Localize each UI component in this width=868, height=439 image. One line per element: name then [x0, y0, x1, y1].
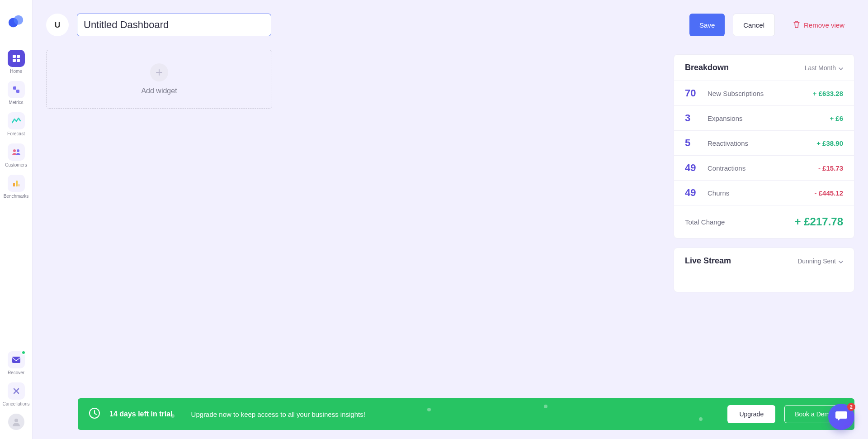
breakdown-total-value: + £217.78 [795, 215, 843, 228]
grid-icon [8, 50, 25, 67]
trial-subtext: Upgrade now to keep access to all your b… [191, 410, 365, 418]
breakdown-total-label: Total Change [685, 218, 725, 226]
sidebar-item-label: Recover [8, 370, 24, 375]
chevron-down-icon [839, 64, 843, 72]
cancel-button[interactable]: Cancel [733, 14, 775, 36]
sidebar: Home Metrics Forecast Customers Benchmar… [0, 0, 33, 439]
breakdown-total-row: Total Change + £217.78 [674, 205, 854, 238]
sidebar-item-benchmarks[interactable]: Benchmarks [0, 175, 32, 199]
sidebar-item-forecast[interactable]: Forecast [0, 112, 32, 136]
livestream-body [674, 274, 854, 292]
breakdown-label: Reactivations [708, 139, 809, 147]
svg-rect-6 [13, 86, 16, 90]
svg-point-8 [13, 149, 16, 152]
breakdown-delta: + £38.90 [816, 139, 843, 147]
plus-icon [150, 63, 168, 81]
sidebar-item-label: Cancellations [2, 401, 29, 406]
breakdown-delta: + £6 [830, 115, 843, 122]
remove-view-label: Remove view [804, 21, 844, 29]
livestream-filter-label: Dunning Sent [797, 258, 836, 265]
status-dot-icon [21, 350, 26, 355]
breakdown-row: 49 Churns - £445.12 [674, 180, 854, 205]
svg-point-14 [14, 419, 18, 422]
dashboard-title-input[interactable] [77, 14, 271, 36]
livestream-title: Live Stream [685, 256, 731, 266]
breakdown-label: Contractions [708, 164, 811, 172]
breakdown-count: 49 [685, 187, 700, 199]
breakdown-count: 49 [685, 162, 700, 174]
user-avatar[interactable] [8, 414, 24, 430]
sidebar-item-label: Forecast [7, 131, 25, 136]
svg-rect-4 [13, 59, 16, 62]
breakdown-delta: - £15.73 [818, 164, 843, 172]
breakdown-row: 49 Contractions - £15.73 [674, 155, 854, 180]
trial-banner: 14 days left in trial Upgrade now to kee… [78, 398, 854, 430]
breakdown-delta: - £445.12 [815, 189, 843, 197]
dashboard-avatar-letter: U [55, 20, 61, 30]
people-icon [8, 143, 25, 161]
sidebar-item-label: Customers [5, 162, 27, 167]
livestream-filter-select[interactable]: Dunning Sent [797, 258, 843, 265]
breakdown-row: 3 Expansions + £6 [674, 105, 854, 130]
right-column: Breakdown Last Month 70 New Subscription… [674, 54, 854, 292]
svg-rect-2 [13, 55, 16, 58]
save-button[interactable]: Save [689, 14, 725, 36]
add-widget-card[interactable]: Add widget [46, 50, 272, 109]
svg-rect-7 [16, 90, 19, 93]
chevron-down-icon [839, 258, 843, 265]
breakdown-count: 3 [685, 112, 700, 124]
breakdown-row: 5 Reactivations + £38.90 [674, 130, 854, 155]
main-area: U Save Cancel Remove view Add widget Bre… [33, 0, 868, 439]
breakdown-row: 70 New Subscriptions + £633.28 [674, 81, 854, 105]
app-logo [8, 13, 25, 30]
sidebar-item-cancellations[interactable]: Cancellations [0, 382, 32, 406]
breakdown-count: 70 [685, 87, 700, 99]
breakdown-delta: + £633.28 [813, 90, 843, 97]
squares-icon [8, 81, 25, 98]
cancel-icon [8, 382, 25, 400]
sidebar-item-recover[interactable]: Recover [0, 351, 32, 375]
topbar: U Save Cancel Remove view [46, 14, 854, 36]
svg-point-1 [14, 15, 23, 25]
svg-rect-3 [17, 55, 20, 58]
breakdown-period-select[interactable]: Last Month [805, 64, 843, 72]
chat-badge: 2 [847, 403, 855, 411]
sidebar-item-label: Home [10, 69, 22, 74]
breakdown-count: 5 [685, 137, 700, 149]
breakdown-label: Expansions [708, 115, 822, 122]
breakdown-label: New Subscriptions [708, 90, 806, 97]
dashboard-avatar: U [46, 14, 69, 36]
chat-launcher[interactable]: 2 [828, 404, 854, 430]
breakdown-period-label: Last Month [805, 64, 836, 72]
breakdown-card: Breakdown Last Month 70 New Subscription… [674, 54, 854, 239]
livestream-card: Live Stream Dunning Sent [674, 248, 854, 292]
chat-icon [835, 410, 848, 424]
trial-headline: 14 days left in trial [109, 410, 173, 418]
upgrade-button[interactable]: Upgrade [727, 405, 775, 423]
divider [182, 409, 182, 419]
svg-rect-10 [13, 183, 15, 186]
svg-point-9 [17, 149, 19, 152]
trash-icon [793, 20, 800, 30]
add-widget-label: Add widget [141, 87, 177, 95]
svg-rect-12 [19, 184, 19, 186]
breakdown-label: Churns [708, 189, 807, 197]
svg-rect-13 [12, 357, 20, 363]
sidebar-item-home[interactable]: Home [0, 50, 32, 74]
sidebar-item-label: Benchmarks [4, 194, 29, 199]
remove-view-button[interactable]: Remove view [783, 14, 854, 36]
wave-icon [8, 112, 25, 129]
clock-icon [89, 407, 100, 421]
svg-rect-11 [16, 181, 18, 186]
bars-icon [8, 175, 25, 192]
sidebar-item-customers[interactable]: Customers [0, 143, 32, 167]
svg-rect-5 [17, 59, 20, 62]
sidebar-item-label: Metrics [9, 100, 23, 105]
breakdown-title: Breakdown [685, 63, 729, 72]
sidebar-item-metrics[interactable]: Metrics [0, 81, 32, 105]
